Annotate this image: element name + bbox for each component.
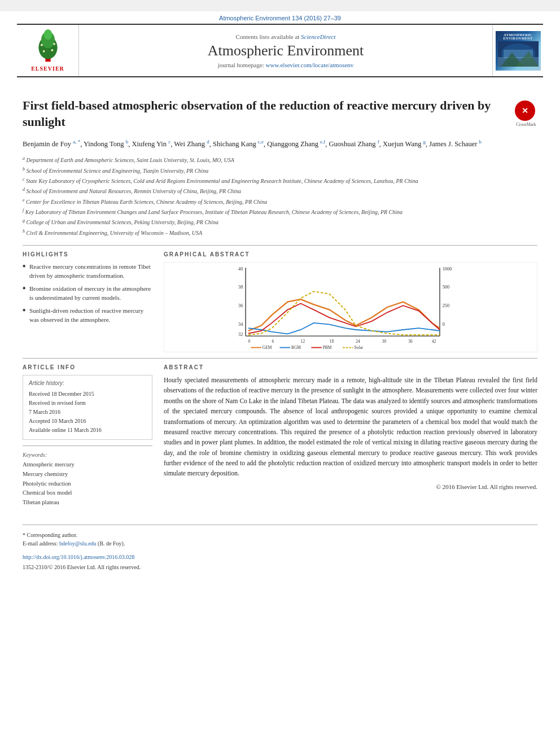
svg-text:38: 38 [238, 285, 243, 290]
svg-text:42: 42 [432, 339, 436, 344]
abstract-header: ABSTRACT [164, 364, 537, 370]
sciencedirect-link[interactable]: ScienceDirect [301, 33, 335, 40]
affiliation-b: b School of Environmental Science and En… [23, 166, 537, 175]
svg-text:36: 36 [238, 303, 243, 308]
article-history: Received 18 December 2015 Received in re… [29, 390, 146, 435]
svg-text:12: 12 [301, 339, 305, 344]
svg-point-4 [41, 44, 43, 46]
journal-link-text[interactable]: Atmospheric Environment 134 (2016) 27–39 [219, 15, 341, 21]
svg-text:250: 250 [443, 303, 450, 308]
authors: Benjamin de Foy a, *, Yindong Tong b, Xi… [23, 138, 537, 150]
corresponding-author-note: * Corresponding author. [23, 531, 537, 539]
highlight-item-2: Bromine oxidation of mercury in the atmo… [23, 284, 152, 303]
abstract-text: Hourly speciated measurements of atmosph… [164, 375, 537, 479]
affiliation-g: g College of Urban and Environmental Sci… [23, 217, 537, 226]
keyword-2: Mercury chemistry [23, 470, 152, 479]
page-footer: * Corresponding author. E-mail address: … [23, 525, 537, 577]
divider-keywords [23, 445, 152, 446]
divider-2 [23, 358, 537, 359]
svg-text:500: 500 [443, 285, 450, 290]
homepage-label: journal homepage: [218, 62, 264, 68]
contents-line: Contents lists available at ScienceDirec… [236, 33, 336, 40]
homepage-url[interactable]: www.elsevier.com/locate/atmosenv [266, 62, 354, 68]
highlight-item-1: Reactive mercury concentrations in remot… [23, 262, 152, 281]
svg-text:0: 0 [443, 321, 445, 326]
svg-text:40: 40 [238, 267, 243, 272]
cover-image: ATMOSPHERICENVIRONMENT [496, 31, 541, 71]
abstract-copyright: © 2016 Elsevier Ltd. All rights reserved… [164, 483, 537, 490]
svg-text:36: 36 [408, 339, 413, 344]
svg-text:18: 18 [330, 339, 334, 344]
revised-date: 7 March 2016 [29, 408, 146, 417]
graphical-abstract-section: GRAPHICAL ABSTRACT 40 38 36 [164, 251, 537, 352]
crossmark[interactable]: ✕ CrossMark [515, 101, 537, 127]
svg-text:PBM: PBM [323, 345, 332, 350]
highlights-title: HIGHLIGHTS [23, 251, 152, 257]
cover-landscape-icon [498, 41, 539, 67]
doi-link[interactable]: http://dx.doi.org/10.1016/j.atmosenv.201… [23, 554, 134, 560]
highlights-section: HIGHLIGHTS Reactive mercury concentratio… [23, 251, 152, 352]
elsevier-label: ELSEVIER [31, 65, 64, 72]
email-person: (B. de Foy). [98, 540, 125, 547]
svg-text:Solar: Solar [355, 345, 364, 350]
svg-text:6: 6 [272, 339, 274, 344]
svg-text:34: 34 [238, 321, 243, 326]
article-info-abstract-section: ARTICLE INFO Article history: Received 1… [23, 364, 537, 508]
journal-cover: ATMOSPHERICENVIRONMENT [492, 25, 543, 76]
contents-label: Contents lists available at [236, 33, 300, 40]
svg-text:✕: ✕ [522, 106, 528, 115]
svg-text:1000: 1000 [443, 267, 452, 272]
article-title: First field-based atmospheric observatio… [23, 98, 509, 130]
received-date: Received 18 December 2015 [29, 390, 146, 399]
svg-text:32: 32 [238, 332, 243, 337]
svg-point-3 [43, 29, 52, 40]
revised-label: Received in revised form [29, 399, 146, 408]
highlights-list: Reactive mercury concentrations in remot… [23, 262, 152, 325]
svg-text:24: 24 [356, 339, 360, 344]
highlight-item-3: Sunlight-driven reduction of reactive me… [23, 306, 152, 325]
article-info-box: Article history: Received 18 December 20… [23, 375, 152, 440]
divider-1 [23, 245, 537, 246]
keyword-5: Tibetan plateau [23, 498, 152, 508]
affiliation-f: f Key Laboratory of Tibetan Environment … [23, 207, 537, 216]
highlights-graphical-section: HIGHLIGHTS Reactive mercury concentratio… [23, 251, 537, 352]
affiliations: a Department of Earth and Atmospheric Sc… [23, 155, 537, 237]
keyword-3: Photolytic reduction [23, 479, 152, 489]
email-label: E-mail address: [23, 540, 58, 547]
abstract-section: ABSTRACT Hourly speciated measurements o… [164, 364, 537, 508]
affiliation-d: d School of Environment and Natural Reso… [23, 186, 537, 195]
available-date: Available online 11 March 2016 [29, 426, 146, 435]
article-history-title: Article history: [29, 380, 146, 386]
affiliation-a: a Department of Earth and Atmospheric Sc… [23, 155, 537, 164]
affiliation-h: h Civil & Environmental Engineering, Uni… [23, 228, 537, 237]
svg-point-5 [53, 43, 55, 45]
graphical-abstract-svg: 40 38 36 34 32 1000 500 250 0 0 6 12 [164, 263, 537, 352]
affiliation-e: e Center for Excellence in Tibetan Plate… [23, 197, 537, 206]
keywords-title: Keywords: [23, 452, 152, 458]
article-title-section: First field-based atmospheric observatio… [23, 98, 537, 130]
graphical-abstract-chart: 40 38 36 34 32 1000 500 250 0 0 6 12 [164, 262, 537, 352]
svg-text:30: 30 [382, 339, 387, 344]
crossmark-logo-icon: ✕ [516, 102, 534, 120]
homepage-line: journal homepage: www.elsevier.com/locat… [218, 62, 354, 68]
svg-text:RGM: RGM [291, 345, 301, 350]
article-info-left: ARTICLE INFO Article history: Received 1… [23, 364, 152, 508]
crossmark-icon: ✕ [515, 101, 535, 121]
journal-link-bar: Atmospheric Environment 134 (2016) 27–39 [0, 11, 560, 24]
crossmark-label: CrossMark [515, 122, 537, 127]
svg-point-6 [42, 50, 45, 53]
svg-text:0: 0 [248, 339, 251, 344]
svg-text:GEM: GEM [262, 345, 272, 350]
journal-center: Contents lists available at ScienceDirec… [79, 25, 492, 76]
article-info-header: ARTICLE INFO [23, 364, 152, 370]
journal-title: Atmospheric Environment [208, 42, 364, 59]
page: Atmospheric Environment 134 (2016) 27–39… [0, 11, 560, 747]
svg-point-7 [51, 49, 53, 51]
keyword-4: Chemical box model [23, 488, 152, 498]
keyword-1: Atmospheric mercury [23, 460, 152, 470]
journal-header: ELSEVIER Contents lists available at Sci… [17, 24, 543, 77]
keywords-section: Keywords: Atmospheric mercury Mercury ch… [23, 452, 152, 508]
graphical-abstract-title: GRAPHICAL ABSTRACT [164, 251, 537, 257]
email-link[interactable]: bdefoy@slu.edu [59, 540, 97, 547]
affiliation-c: c State Key Laboratory of Cryospheric Sc… [23, 176, 537, 185]
